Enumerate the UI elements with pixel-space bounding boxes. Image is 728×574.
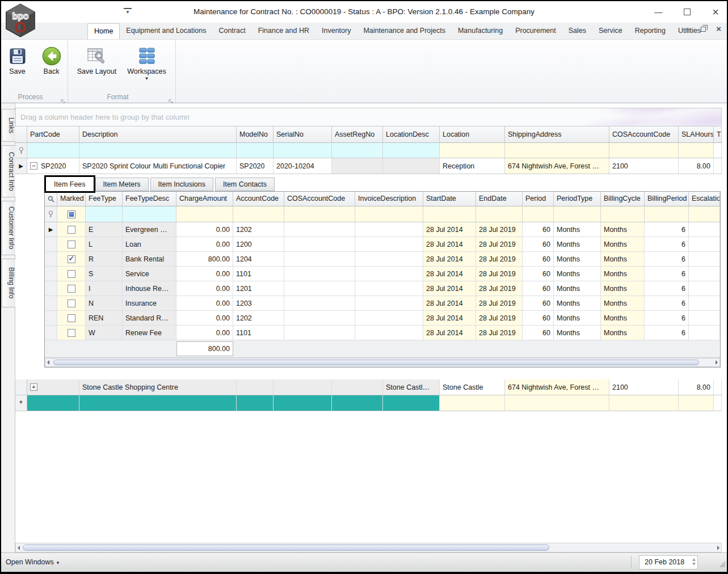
cell-charge-amount[interactable]: 800.00 (176, 252, 233, 266)
filter-cell-billing-period[interactable] (645, 206, 689, 222)
ribbon-tab-sales[interactable]: Sales (562, 23, 592, 39)
cell-escalation[interactable] (689, 267, 720, 281)
resize-grip-icon[interactable] (718, 560, 726, 570)
cell-start-date[interactable]: 28 Jul 2014 (423, 311, 476, 325)
ribbon-tab-manufacturing[interactable]: Manufacturing (452, 23, 509, 39)
cell-escalation[interactable] (689, 281, 720, 296)
close-button[interactable]: × (712, 7, 719, 17)
cell-escalation[interactable] (689, 222, 720, 237)
cell-fee-type-desc[interactable]: Standard R… (123, 311, 176, 325)
cell-period-type[interactable]: Months (554, 326, 601, 340)
cell-escalation[interactable] (689, 252, 720, 266)
filter-cell-billing-cycle[interactable] (601, 206, 645, 222)
column-header-cosaccountcode[interactable]: COSAccountCode (284, 192, 355, 206)
cell-period-type[interactable]: Months (554, 296, 601, 310)
detail-tab-item-inclusions[interactable]: Item Inclusions (150, 178, 213, 191)
cell-billing-cycle[interactable]: Months (601, 326, 645, 340)
cell-charge-amount[interactable]: 0.00 (176, 296, 233, 310)
filter-cell-serial-no[interactable] (273, 143, 332, 158)
ribbon-restore-icon[interactable] (701, 27, 706, 32)
cell-fee-type[interactable]: S (86, 267, 123, 281)
column-header-description[interactable]: Description (79, 126, 237, 142)
cell-billing-period[interactable]: 6 (645, 267, 689, 281)
cell-marked[interactable] (57, 237, 86, 251)
cell-escalation[interactable] (689, 296, 720, 310)
cell-end-date[interactable]: 28 Jul 2019 (476, 252, 523, 266)
filter-cell-location-desc[interactable] (383, 143, 440, 158)
save-layout-button[interactable]: Save Layout (73, 44, 121, 75)
column-header-shippingaddress[interactable]: ShippingAddress (505, 126, 609, 142)
cell-fee-type[interactable]: I (86, 281, 123, 296)
column-header-escalatio[interactable]: Escalatio (689, 192, 720, 206)
cell-fee-type[interactable]: R (86, 252, 123, 266)
cell-period[interactable]: 60 (523, 252, 554, 266)
cell-account-code[interactable]: 1204 (233, 252, 284, 266)
filter-cell-account-code[interactable] (233, 206, 284, 222)
cell-part-code[interactable]: −SP2020 (27, 158, 79, 174)
cell-start-date[interactable]: 28 Jul 2014 (423, 326, 476, 340)
cell-cos-account-code[interactable]: 2100 (609, 158, 679, 174)
cell-marked[interactable] (57, 281, 86, 296)
column-header-slahours[interactable]: SLAHours (679, 126, 714, 142)
column-header-period[interactable]: Period (523, 192, 554, 206)
column-header-feetypedesc[interactable]: FeeTypeDesc (123, 192, 176, 206)
cell-period-type[interactable]: Months (554, 222, 601, 237)
marked-checkbox[interactable] (68, 329, 75, 337)
cell-cos-account-code[interactable]: 2100 (609, 379, 679, 395)
cell-end-date[interactable]: 28 Jul 2019 (476, 222, 523, 237)
cell-period[interactable]: 60 (523, 267, 554, 281)
marked-checkbox[interactable] (68, 299, 75, 307)
filter-cell-period-type[interactable] (554, 206, 601, 222)
cell-fee-type[interactable]: REN (86, 311, 123, 325)
cell-invoice-description[interactable] (355, 281, 423, 296)
cell-account-code[interactable]: 1101 (233, 267, 284, 281)
cell-start-date[interactable]: 28 Jul 2014 (423, 267, 476, 281)
marked-checkbox[interactable] (68, 285, 75, 293)
maximize-button[interactable] (684, 9, 691, 15)
cell-fee-type-desc[interactable]: Service (123, 267, 176, 281)
cell-charge-amount[interactable]: 0.00 (176, 281, 233, 296)
marked-filter-checkbox[interactable] (68, 210, 75, 218)
cell-escalation[interactable] (689, 311, 720, 325)
cell-description[interactable] (79, 395, 237, 411)
ribbon-tab-equipment-and-locations[interactable]: Equipment and Locations (120, 23, 212, 39)
cell-location-desc[interactable]: Stone Castl… (383, 379, 440, 395)
cell-t-col[interactable] (714, 379, 722, 395)
side-tab-contract-info[interactable]: Contract Info (2, 145, 15, 197)
detail-horizontal-scrollbar[interactable] (45, 358, 720, 367)
cell-t-col[interactable] (714, 395, 722, 411)
filter-cell-start-date[interactable] (423, 206, 476, 222)
column-header-cosaccountcode[interactable]: COSAccountCode (609, 126, 679, 142)
marked-checkbox[interactable] (68, 226, 75, 234)
cell-invoice-description[interactable] (355, 311, 423, 325)
column-header-enddate[interactable]: EndDate (476, 192, 523, 206)
cell-period-type[interactable]: Months (554, 281, 601, 296)
cell-charge-amount[interactable]: 0.00 (176, 311, 233, 325)
cell-billing-cycle[interactable]: Months (601, 252, 645, 266)
cell-part-code[interactable]: + (27, 379, 79, 395)
column-header-t[interactable]: T (714, 126, 722, 142)
cell-escalation[interactable] (689, 326, 720, 340)
cell-location[interactable]: Stone Castle (440, 379, 505, 395)
side-tab-billing-info[interactable]: Billing Info (2, 259, 15, 307)
cell-model-no[interactable] (237, 379, 273, 395)
cell-invoice-description[interactable] (355, 237, 423, 251)
filter-cell-cos-account-code[interactable] (284, 206, 355, 222)
cell-billing-period[interactable]: 6 (645, 222, 689, 237)
cell-location-desc[interactable] (383, 395, 440, 411)
cell-t-col[interactable] (714, 158, 722, 174)
cell-end-date[interactable]: 28 Jul 2019 (476, 326, 523, 340)
column-header-serialno[interactable]: SerialNo (273, 126, 332, 142)
cell-period[interactable]: 60 (523, 237, 554, 251)
cell-invoice-description[interactable] (355, 222, 423, 237)
column-header-assetregno[interactable]: AssetRegNo (332, 126, 383, 142)
group-by-panel[interactable]: Drag a column header here to group by th… (15, 108, 722, 126)
cell-period[interactable]: 60 (523, 326, 554, 340)
cell-part-code[interactable] (27, 395, 79, 411)
minimize-button[interactable]: — (654, 8, 662, 16)
cell-description[interactable]: SP2020 Sprint Colour Multi Functional Co… (79, 158, 237, 174)
save-button[interactable]: Save (2, 44, 33, 75)
scrollbar-thumb[interactable] (23, 545, 549, 551)
cell-fee-type[interactable]: N (86, 296, 123, 310)
cell-asset-reg-no[interactable] (332, 379, 383, 395)
